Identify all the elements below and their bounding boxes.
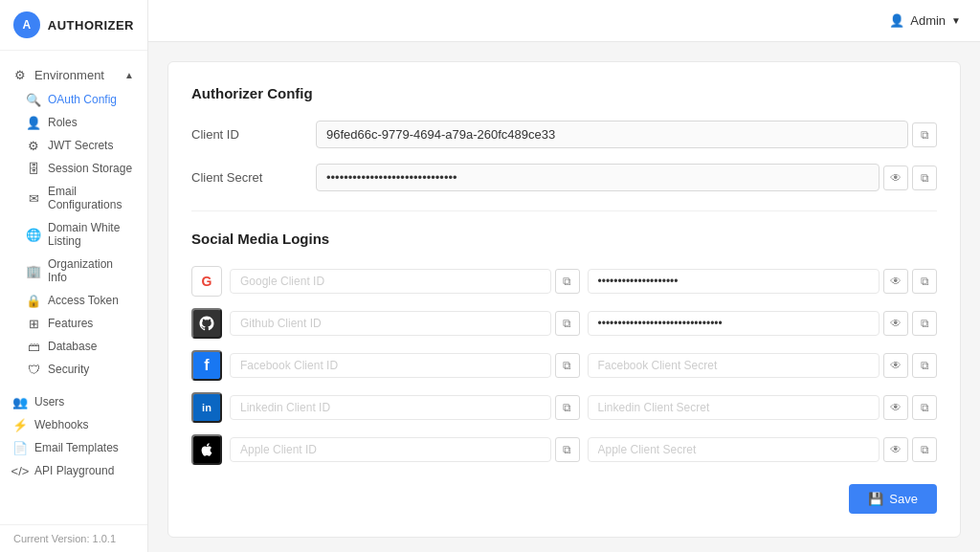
authorizer-config-title: Authorizer Config <box>191 85 937 101</box>
apple-client-secret-input[interactable] <box>588 437 880 462</box>
copy-apple-secret-button[interactable]: ⧉ <box>912 437 937 462</box>
linkedin-secret-wrap: 👁 ⧉ <box>588 395 938 420</box>
github-id-wrap: ⧉ <box>230 311 580 336</box>
copy-facebook-id-button[interactable]: ⧉ <box>555 353 580 378</box>
version-label: Current Version: 1.0.1 <box>13 533 116 544</box>
security-label: Security <box>48 363 89 376</box>
sidebar-item-email-config[interactable]: ✉ Email Configurations <box>0 180 147 216</box>
sidebar-item-api-playground[interactable]: </> API Playground <box>0 459 147 482</box>
save-icon: 💾 <box>868 492 883 506</box>
github-icon-button[interactable] <box>191 308 222 339</box>
facebook-icon-button[interactable]: f <box>191 350 222 381</box>
linkedin-icon-button[interactable]: in <box>191 392 222 423</box>
apple-icon-button[interactable] <box>191 434 222 465</box>
sidebar-nav: ⚙ Environment ▲ 🔍 OAuth Config 👤 Roles ⚙… <box>0 51 147 524</box>
oauth-config-label: OAuth Config <box>48 93 117 106</box>
sidebar-item-users[interactable]: 👥 Users <box>0 390 147 413</box>
linkedin-row: in ⧉ 👁 ⧉ <box>191 392 937 423</box>
apple-id-wrap: ⧉ <box>230 437 580 462</box>
facebook-id-wrap: ⧉ <box>230 353 580 378</box>
email-templates-label: Email Templates <box>34 441 119 454</box>
sidebar-item-roles[interactable]: 👤 Roles <box>0 111 147 134</box>
sidebar-item-oauth-config[interactable]: 🔍 OAuth Config <box>0 88 147 111</box>
gear2-icon: ⚙ <box>27 139 40 152</box>
chevron-down-icon: ▼ <box>951 15 961 26</box>
github-client-id-input[interactable] <box>230 311 551 336</box>
client-secret-value-wrap: 👁 ⧉ <box>316 164 937 191</box>
roles-label: Roles <box>48 116 78 129</box>
chevron-icon: ▲ <box>124 70 134 80</box>
user-icon: 👤 <box>889 13 904 28</box>
users-icon: 👥 <box>13 395 27 408</box>
show-client-secret-button[interactable]: 👁 <box>883 166 908 190</box>
client-id-input[interactable] <box>316 121 908 148</box>
users-label: Users <box>34 395 64 408</box>
environment-group[interactable]: ⚙ Environment ▲ <box>0 62 147 88</box>
facebook-secret-wrap: 👁 ⧉ <box>588 353 938 378</box>
apple-client-id-input[interactable] <box>230 437 551 462</box>
copy-client-secret-button[interactable]: ⧉ <box>912 166 937 190</box>
facebook-client-secret-input[interactable] <box>588 353 880 378</box>
copy-google-id-button[interactable]: ⧉ <box>555 269 580 294</box>
client-id-row: Client ID ⧉ <box>191 121 937 148</box>
sidebar: A AUTHORIZER ⚙ Environment ▲ 🔍 OAuth Con… <box>0 0 148 552</box>
show-google-secret-button[interactable]: 👁 <box>883 269 908 294</box>
logo-icon: A <box>13 11 40 38</box>
shield-icon: 🛡 <box>27 363 40 376</box>
email-config-label: Email Configurations <box>48 185 134 211</box>
user-icon: 👤 <box>27 116 40 129</box>
domain-icon: 🌐 <box>27 228 40 241</box>
google-client-id-input[interactable] <box>230 269 551 294</box>
webhooks-icon: ⚡ <box>13 418 27 431</box>
sidebar-footer: Current Version: 1.0.1 <box>0 524 147 552</box>
sidebar-item-features[interactable]: ⊞ Features <box>0 312 147 335</box>
features-label: Features <box>48 317 93 330</box>
show-github-secret-button[interactable]: 👁 <box>883 311 908 336</box>
client-id-label: Client ID <box>191 127 316 142</box>
github-secret-wrap: 👁 ⧉ <box>588 311 938 336</box>
copy-github-secret-button[interactable]: ⧉ <box>912 311 937 336</box>
linkedin-client-id-input[interactable] <box>230 395 551 420</box>
show-apple-secret-button[interactable]: 👁 <box>883 437 908 462</box>
content-area: Authorizer Config Client ID ⧉ Client Sec… <box>148 42 980 552</box>
sidebar-item-email-templates[interactable]: 📄 Email Templates <box>0 436 147 459</box>
client-secret-row: Client Secret 👁 ⧉ <box>191 164 937 191</box>
copy-google-secret-button[interactable]: ⧉ <box>912 269 937 294</box>
copy-github-id-button[interactable]: ⧉ <box>555 311 580 336</box>
client-secret-label: Client Secret <box>191 170 316 185</box>
sidebar-item-session-storage[interactable]: 🗄 Session Storage <box>0 157 147 180</box>
copy-linkedin-secret-button[interactable]: ⧉ <box>912 395 937 420</box>
show-linkedin-secret-button[interactable]: 👁 <box>883 395 908 420</box>
org-icon: 🏢 <box>27 264 40 277</box>
google-icon-button[interactable]: G <box>191 266 222 297</box>
admin-button[interactable]: 👤 Admin ▼ <box>889 13 961 28</box>
copy-facebook-secret-button[interactable]: ⧉ <box>912 353 937 378</box>
github-client-secret-input[interactable] <box>588 311 880 336</box>
client-secret-input[interactable] <box>316 164 880 191</box>
google-client-secret-input[interactable] <box>588 269 880 294</box>
copy-client-id-button[interactable]: ⧉ <box>912 122 937 147</box>
sidebar-item-domain[interactable]: 🌐 Domain White Listing <box>0 216 147 253</box>
sidebar-item-webhooks[interactable]: ⚡ Webhooks <box>0 413 147 436</box>
show-facebook-secret-button[interactable]: 👁 <box>883 353 908 378</box>
webhooks-label: Webhooks <box>34 418 88 431</box>
linkedin-client-secret-input[interactable] <box>588 395 880 420</box>
main-area: 👤 Admin ▼ Authorizer Config Client ID ⧉ … <box>148 0 980 552</box>
sidebar-item-database[interactable]: 🗃 Database <box>0 335 147 358</box>
save-button[interactable]: 💾 Save <box>849 484 937 514</box>
sidebar-item-jwt-secrets[interactable]: ⚙ JWT Secrets <box>0 134 147 157</box>
storage-icon: 🗄 <box>27 162 40 175</box>
environment-label: Environment <box>34 68 104 82</box>
templates-icon: 📄 <box>13 441 27 454</box>
domain-label: Domain White Listing <box>48 221 134 248</box>
sidebar-item-access-token[interactable]: 🔒 Access Token <box>0 289 147 312</box>
copy-linkedin-id-button[interactable]: ⧉ <box>555 395 580 420</box>
grid-icon: ⊞ <box>27 317 40 330</box>
client-id-value-wrap: ⧉ <box>316 121 937 148</box>
session-storage-label: Session Storage <box>48 162 132 175</box>
org-info-label: Organization Info <box>48 257 134 284</box>
facebook-client-id-input[interactable] <box>230 353 551 378</box>
sidebar-item-security[interactable]: 🛡 Security <box>0 358 147 381</box>
sidebar-item-org-info[interactable]: 🏢 Organization Info <box>0 253 147 289</box>
copy-apple-id-button[interactable]: ⧉ <box>555 437 580 462</box>
